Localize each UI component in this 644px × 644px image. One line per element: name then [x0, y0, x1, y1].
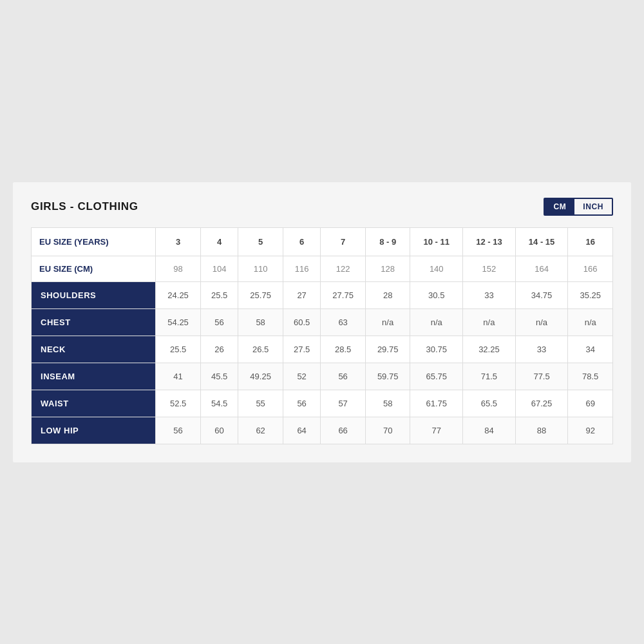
- cell-3-2: 49.25: [238, 363, 283, 390]
- cell-4-2: 55: [238, 390, 283, 417]
- page-wrapper: GIRLS - CLOTHING CM INCH EU SIZE (YEARS)…: [0, 0, 644, 644]
- cell-5-8: 88: [515, 417, 568, 444]
- col-header-8-9: 8 - 9: [365, 227, 410, 256]
- table-row: NECK25.52626.527.528.529.7530.7532.25333…: [32, 336, 613, 363]
- eu-size-cm-label: EU SIZE (CM): [32, 256, 156, 281]
- cell-0-1: 25.5: [200, 281, 238, 308]
- cell-1-1: 56: [200, 308, 238, 336]
- col-header-3: 3: [156, 227, 201, 256]
- cell-4-3: 56: [283, 390, 320, 417]
- cell-5-1: 60: [200, 417, 238, 444]
- eu-cm-val-3: 116: [283, 256, 320, 281]
- cell-0-0: 24.25: [156, 281, 201, 308]
- cell-5-4: 66: [321, 417, 366, 444]
- unit-toggle: CM INCH: [544, 198, 613, 216]
- card-header: GIRLS - CLOTHING CM INCH: [31, 198, 613, 216]
- eu-size-cm-row: EU SIZE (CM) 98 104 110 116 122 128 140 …: [32, 256, 613, 281]
- cell-2-5: 29.75: [365, 336, 410, 363]
- cell-2-7: 32.25: [463, 336, 516, 363]
- col-header-label: EU SIZE (YEARS): [32, 227, 156, 256]
- cell-1-8: n/a: [515, 308, 568, 336]
- cell-1-3: 60.5: [283, 308, 320, 336]
- row-label-neck: NECK: [32, 336, 156, 363]
- cell-5-7: 84: [463, 417, 516, 444]
- cell-2-8: 33: [515, 336, 568, 363]
- cell-2-0: 25.5: [156, 336, 201, 363]
- eu-cm-val-5: 128: [365, 256, 410, 281]
- table-row: SHOULDERS24.2525.525.752727.752830.53334…: [32, 281, 613, 308]
- col-header-12-13: 12 - 13: [463, 227, 516, 256]
- cell-0-2: 25.75: [238, 281, 283, 308]
- cell-5-0: 56: [156, 417, 201, 444]
- cell-3-4: 56: [321, 363, 366, 390]
- col-header-6: 6: [283, 227, 320, 256]
- row-label-waist: WAIST: [32, 390, 156, 417]
- cell-5-3: 64: [283, 417, 320, 444]
- cell-0-3: 27: [283, 281, 320, 308]
- cell-4-7: 65.5: [463, 390, 516, 417]
- eu-size-cm-body: EU SIZE (CM) 98 104 110 116 122 128 140 …: [32, 256, 613, 281]
- cell-0-6: 30.5: [410, 281, 463, 308]
- cell-3-3: 52: [283, 363, 320, 390]
- col-header-7: 7: [321, 227, 366, 256]
- eu-cm-val-0: 98: [156, 256, 201, 281]
- cell-5-6: 77: [410, 417, 463, 444]
- cell-0-5: 28: [365, 281, 410, 308]
- eu-size-years-row: EU SIZE (YEARS) 3 4 5 6 7 8 - 9 10 - 11 …: [32, 227, 613, 256]
- cell-3-7: 71.5: [463, 363, 516, 390]
- cell-4-1: 54.5: [200, 390, 238, 417]
- cell-5-5: 70: [365, 417, 410, 444]
- cell-0-7: 33: [463, 281, 516, 308]
- col-header-5: 5: [238, 227, 283, 256]
- cell-4-8: 67.25: [515, 390, 568, 417]
- table-row: WAIST52.554.55556575861.7565.567.2569: [32, 390, 613, 417]
- cell-3-0: 41: [156, 363, 201, 390]
- cell-0-9: 35.25: [568, 281, 613, 308]
- cell-4-5: 58: [365, 390, 410, 417]
- cell-1-4: 63: [321, 308, 366, 336]
- col-header-4: 4: [200, 227, 238, 256]
- cell-1-6: n/a: [410, 308, 463, 336]
- cell-3-5: 59.75: [365, 363, 410, 390]
- cell-1-5: n/a: [365, 308, 410, 336]
- cell-4-0: 52.5: [156, 390, 201, 417]
- cm-button[interactable]: CM: [545, 199, 574, 214]
- card-title: GIRLS - CLOTHING: [31, 200, 138, 213]
- cell-0-8: 34.75: [515, 281, 568, 308]
- eu-cm-val-6: 140: [410, 256, 463, 281]
- inch-button[interactable]: INCH: [574, 199, 612, 214]
- cell-5-2: 62: [238, 417, 283, 444]
- row-label-shoulders: SHOULDERS: [32, 281, 156, 308]
- cell-2-3: 27.5: [283, 336, 320, 363]
- col-header-14-15: 14 - 15: [515, 227, 568, 256]
- cell-2-6: 30.75: [410, 336, 463, 363]
- cell-5-9: 92: [568, 417, 613, 444]
- measurement-rows: SHOULDERS24.2525.525.752727.752830.53334…: [32, 281, 613, 444]
- cell-1-9: n/a: [568, 308, 613, 336]
- size-guide-card: GIRLS - CLOTHING CM INCH EU SIZE (YEARS)…: [13, 182, 631, 462]
- table-row: INSEAM4145.549.25525659.7565.7571.577.57…: [32, 363, 613, 390]
- cell-0-4: 27.75: [321, 281, 366, 308]
- cell-3-1: 45.5: [200, 363, 238, 390]
- row-label-low-hip: LOW HIP: [32, 417, 156, 444]
- eu-cm-val-2: 110: [238, 256, 283, 281]
- cell-2-2: 26.5: [238, 336, 283, 363]
- eu-cm-val-9: 166: [568, 256, 613, 281]
- cell-4-6: 61.75: [410, 390, 463, 417]
- cell-2-9: 34: [568, 336, 613, 363]
- cell-4-4: 57: [321, 390, 366, 417]
- eu-cm-val-7: 152: [463, 256, 516, 281]
- eu-cm-val-4: 122: [321, 256, 366, 281]
- cell-3-8: 77.5: [515, 363, 568, 390]
- table-row: LOW HIP56606264667077848892: [32, 417, 613, 444]
- row-label-inseam: INSEAM: [32, 363, 156, 390]
- size-table: EU SIZE (YEARS) 3 4 5 6 7 8 - 9 10 - 11 …: [31, 227, 613, 444]
- cell-1-0: 54.25: [156, 308, 201, 336]
- cell-3-9: 78.5: [568, 363, 613, 390]
- col-header-16: 16: [568, 227, 613, 256]
- cell-2-1: 26: [200, 336, 238, 363]
- cell-3-6: 65.75: [410, 363, 463, 390]
- cell-1-2: 58: [238, 308, 283, 336]
- row-label-chest: CHEST: [32, 308, 156, 336]
- eu-cm-val-1: 104: [200, 256, 238, 281]
